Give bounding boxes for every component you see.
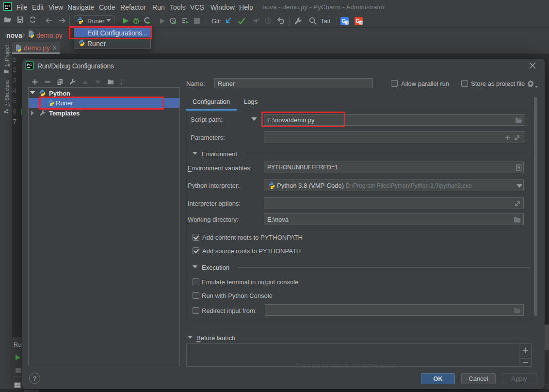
- svg-text:z: z: [123, 82, 125, 85]
- svg-text:a: a: [123, 78, 125, 82]
- svg-text:PC: PC: [27, 63, 32, 66]
- svg-text:G: G: [356, 18, 360, 24]
- svg-text:G: G: [342, 18, 346, 24]
- svg-text:文: 文: [346, 21, 349, 24]
- svg-text:文: 文: [360, 21, 363, 24]
- svg-text:PC: PC: [5, 4, 10, 8]
